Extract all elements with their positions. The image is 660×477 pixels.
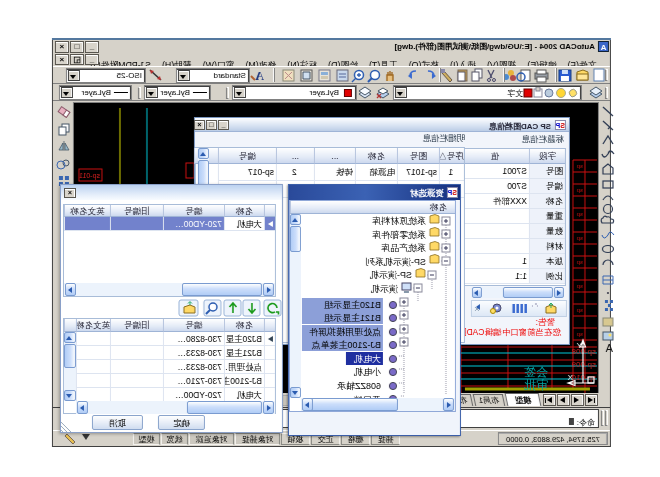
svg-text:sp: sp — [576, 307, 583, 313]
svg-text:系统产品库: 系统产品库 — [381, 243, 426, 253]
svg-text:A: A — [605, 342, 613, 354]
svg-text:SP-演示机: SP-演示机 — [370, 270, 412, 280]
svg-text:点处理用模拟屏件: 点处理用模拟屏件 — [309, 327, 381, 337]
svg-text:开口销: 开口销 — [354, 395, 381, 398]
svg-text:大电机: 大电机 — [354, 354, 381, 364]
svg-text:审批: 审批 — [524, 378, 548, 392]
svg-text:SP-演示机系列: SP-演示机系列 — [366, 257, 426, 267]
svg-text:sp: sp — [576, 163, 583, 169]
svg-text:会签: 会签 — [524, 365, 548, 379]
svg-text:A: A — [255, 69, 264, 83]
svg-text:sp-011: sp-011 — [79, 172, 100, 180]
svg-text:sp: sp — [576, 235, 583, 241]
svg-text:sp: sp — [576, 211, 583, 217]
svg-text:系统原材料库: 系统原材料库 — [372, 216, 426, 226]
svg-text:sp: sp — [576, 331, 583, 337]
svg-text:BJ-2100主装单点: BJ-2100主装单点 — [311, 340, 381, 350]
svg-text:系统零部件库: 系统零部件库 — [372, 230, 426, 240]
svg-text:B121主显示组: B121主显示组 — [324, 313, 381, 323]
svg-text:608ZZ轴承: 608ZZ轴承 — [337, 381, 381, 391]
svg-text:Y: Y — [576, 341, 582, 350]
svg-text:X: X — [567, 373, 573, 382]
svg-text:sp: sp — [576, 283, 583, 289]
svg-text:sp: sp — [576, 259, 583, 265]
svg-text:小电机: 小电机 — [354, 367, 382, 377]
svg-text:演示机: 演示机 — [371, 284, 398, 294]
svg-text:B120主显示组: B120主显示组 — [324, 300, 381, 310]
svg-text:sp: sp — [576, 187, 583, 193]
